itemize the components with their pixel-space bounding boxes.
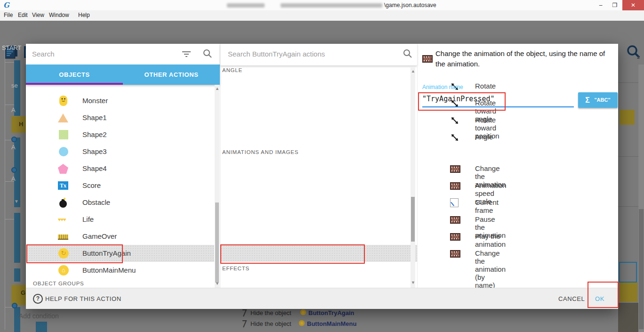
redacted-title-text xyxy=(281,3,382,8)
action-row-pause-animation[interactable]: Pause the animation xyxy=(220,211,409,228)
truncated-text: G xyxy=(21,289,25,296)
action-search-bar: Search ButtonTryAgain actions xyxy=(220,44,417,65)
object-row-score[interactable]: Tx Score xyxy=(26,177,214,194)
animation-name-label: Animation name xyxy=(422,84,463,90)
object-row-obstacle[interactable]: Obstacle xyxy=(26,194,214,211)
cancel-button[interactable]: CANCEL xyxy=(558,295,585,302)
action-list-scrollbar[interactable] xyxy=(411,67,415,288)
menu-edit[interactable]: Edit xyxy=(18,12,28,18)
object-row-shape2[interactable]: Shape2 xyxy=(26,126,214,143)
help-button[interactable]: HELP FOR THIS ACTION xyxy=(45,295,121,302)
film-strip-icon xyxy=(450,232,459,241)
close-button[interactable]: ✕ xyxy=(622,0,644,10)
scroll-up-icon: ▲ xyxy=(636,55,641,60)
pentagon-icon xyxy=(58,163,69,174)
object-label: Shape2 xyxy=(82,130,107,138)
object-list-scrollbar-thumb[interactable] xyxy=(215,202,219,283)
object-groups-header: OBJECT GROUPS xyxy=(33,281,84,286)
add-condition-label: Add condition xyxy=(19,312,59,320)
search-icon[interactable] xyxy=(403,49,412,58)
drop-indicator xyxy=(619,262,637,283)
animation-name-input[interactable]: "TryAgainPressed" xyxy=(422,95,495,103)
search-icon[interactable] xyxy=(203,49,212,58)
filter-icon[interactable] xyxy=(181,50,192,58)
film-strip-icon xyxy=(450,181,459,190)
action-row-current-frame[interactable]: Current frame xyxy=(220,194,409,211)
gdevelop-logo-icon: G xyxy=(3,1,11,8)
action-row-rotate[interactable]: Rotate xyxy=(220,78,409,95)
action-label: Rotate xyxy=(475,82,496,90)
hearts-icon: ♥♥♥ xyxy=(58,214,74,225)
object-row-buttonmainmenu[interactable]: ⌂ ButtonMainMenu xyxy=(26,262,214,279)
object-label: Shape4 xyxy=(82,164,107,172)
action-label: Angle xyxy=(475,133,493,141)
rotate-arrows-icon xyxy=(450,116,459,124)
truncated-text: A xyxy=(11,106,16,113)
action-row-change-animation[interactable]: Change the animation xyxy=(220,160,409,177)
object-row-life[interactable]: ♥♥♥ Life xyxy=(26,211,214,228)
action-label: Current frame xyxy=(475,198,499,214)
action-row-animation-speed-scale[interactable]: Animation speed scale xyxy=(220,177,409,194)
highlighted-event-row xyxy=(620,110,635,125)
action-list-scrollbar-thumb[interactable] xyxy=(411,197,415,242)
monster-icon xyxy=(58,95,69,106)
event-condition-bar xyxy=(14,213,20,263)
event-action-text: Hide the object xyxy=(250,309,291,316)
scroll-up-icon[interactable]: ▲ xyxy=(411,69,415,73)
object-search-bar: Search xyxy=(26,44,220,65)
scroll-up-icon[interactable]: ▲ xyxy=(215,87,219,91)
scroll-down-icon[interactable]: ▼ xyxy=(215,282,219,286)
action-row-play-animation[interactable]: Play the animation xyxy=(220,228,409,245)
expression-editor-button[interactable]: Σ "ABC" xyxy=(578,92,618,108)
object-row-shape1[interactable]: Shape1 xyxy=(26,109,214,126)
object-row-buttontryagain[interactable]: ↻ ButtonTryAgain xyxy=(26,245,214,262)
window-title: \game.json.autosave xyxy=(384,2,436,8)
object-label: Obstacle xyxy=(82,198,110,206)
triangle-icon xyxy=(58,112,69,123)
object-label: Shape1 xyxy=(82,113,107,121)
action-row-rotate-toward-position[interactable]: Rotate toward position xyxy=(220,112,409,129)
minimize-button[interactable]: – xyxy=(594,0,607,10)
help-icon[interactable]: ? xyxy=(33,294,43,304)
bomb-icon xyxy=(58,197,69,208)
object-label: Monster xyxy=(82,97,108,105)
collapse-arrow-icon: ▼ xyxy=(14,199,19,204)
gear-icon xyxy=(11,137,17,142)
text-object-icon: Tx xyxy=(58,180,69,191)
film-strip-icon xyxy=(422,54,432,63)
action-editor-dialog: Search OBJECTS OTHER ACTIONS Monster Sha… xyxy=(26,44,618,308)
active-tab-indicator xyxy=(26,83,123,85)
truncated-text: H xyxy=(19,121,23,128)
menu-window[interactable]: Window xyxy=(49,12,69,18)
retry-button-icon: ↻ xyxy=(58,248,69,259)
tab-objects[interactable]: OBJECTS xyxy=(26,65,123,85)
section-effects: EFFECTS xyxy=(222,266,250,271)
action-row-angle[interactable]: Angle xyxy=(220,129,409,146)
hide-action-icon xyxy=(242,320,247,328)
object-label: ButtonMainMenu xyxy=(82,266,136,274)
event-condition-bar xyxy=(36,322,47,332)
object-row-shape4[interactable]: Shape4 xyxy=(26,160,214,177)
gameover-sprite-icon xyxy=(58,231,69,242)
action-search-input[interactable]: Search ButtonTryAgain actions xyxy=(228,50,325,58)
menu-view[interactable]: View xyxy=(32,12,44,18)
menu-file[interactable]: File xyxy=(4,12,13,18)
object-row-shape3[interactable]: Shape3 xyxy=(26,143,214,160)
ok-button[interactable]: OK xyxy=(595,295,604,302)
highlighted-event-row xyxy=(620,283,637,302)
tab-other-actions[interactable]: OTHER ACTIONS xyxy=(123,65,220,85)
object-row-gameover[interactable]: GameOver xyxy=(26,228,214,245)
restore-button[interactable]: ❐ xyxy=(608,0,621,10)
object-search-input[interactable]: Search xyxy=(32,50,55,58)
home-button-icon: ⌂ xyxy=(58,265,69,276)
action-row-blend-mode[interactable]: Blend mode xyxy=(220,276,409,288)
object-row-monster[interactable]: Monster xyxy=(26,92,214,109)
action-row-rotate-toward-angle[interactable]: Rotate toward angle xyxy=(220,95,409,112)
scroll-down-icon[interactable]: ▼ xyxy=(411,281,415,285)
dialog-footer: ? HELP FOR THIS ACTION CANCEL OK xyxy=(26,288,618,309)
gear-icon xyxy=(12,303,17,308)
object-thumbnail-icon xyxy=(300,309,306,315)
action-row-change-animation-by-name[interactable]: Change the animation (by name) xyxy=(220,245,417,262)
object-label: Shape3 xyxy=(82,147,107,155)
menu-help[interactable]: Help xyxy=(78,12,90,18)
